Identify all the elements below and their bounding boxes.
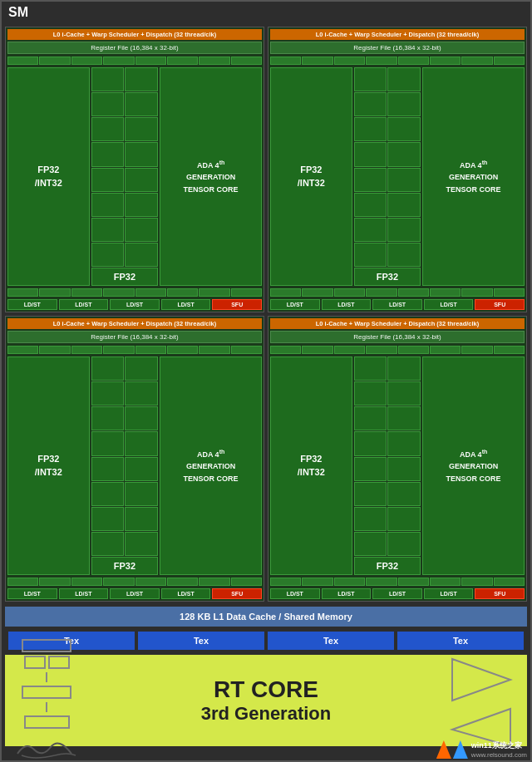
reg-cell xyxy=(167,57,198,65)
fp32-label-4: FP32 xyxy=(354,557,421,575)
fp32-int32-block-4: FP32/INT32 xyxy=(270,356,352,575)
tensor-text-4: ADA 4thGENERATIONTENSOR CORE xyxy=(446,447,501,484)
reg-cell xyxy=(398,288,429,297)
core-cell xyxy=(125,117,158,141)
sfu-cell: SFU xyxy=(212,299,262,310)
core-cell xyxy=(91,381,125,406)
reg-cell xyxy=(430,288,461,297)
reg-cell xyxy=(270,288,301,297)
reg-cell xyxy=(430,578,461,586)
core-cell xyxy=(387,117,421,141)
core-inner-grid-1 xyxy=(91,67,159,267)
reg-cell xyxy=(39,57,70,65)
core-cell xyxy=(354,142,387,166)
watermark-url: www.relsound.com xyxy=(471,751,527,759)
core-cell xyxy=(91,406,125,430)
l1-cache-bar: 128 KB L1 Data Cache / Shared Memory xyxy=(5,607,527,627)
core-cell xyxy=(387,431,421,455)
core-cell xyxy=(387,507,421,531)
core-cell xyxy=(91,482,125,506)
core-cell xyxy=(387,92,421,116)
reg-cell xyxy=(461,578,492,586)
core-cell xyxy=(91,356,125,381)
shape-vert-line2 xyxy=(46,702,47,712)
core-cell xyxy=(387,532,421,556)
core-cell xyxy=(354,92,387,116)
sm-four-grid: L0 i-Cache + Warp Scheduler + Dispatch (… xyxy=(2,23,530,605)
ld-st-row-2: LD/ST LD/ST LD/ST LD/ST SFU xyxy=(270,297,525,310)
reg-cell xyxy=(7,288,38,297)
core-cell xyxy=(125,92,158,116)
fp32-int32-label-4: FP32/INT32 xyxy=(298,453,325,479)
core-cell xyxy=(387,356,421,381)
watermark-text: win11系统之家 www.relsound.com xyxy=(471,740,527,759)
tensor-block-4: ADA 4thGENERATIONTENSOR CORE xyxy=(422,356,525,575)
core-cell xyxy=(91,142,125,166)
tex-cell-3: Tex xyxy=(268,632,394,650)
reg-cell xyxy=(39,578,70,586)
reg-cell xyxy=(334,288,365,297)
core-cell xyxy=(125,457,158,481)
core-cell xyxy=(387,457,421,481)
tensor-block-3: ADA 4thGENERATIONTENSOR CORE xyxy=(160,356,262,575)
reg-cell xyxy=(398,578,429,586)
reg-cell xyxy=(302,57,332,65)
fp32-int32-block-3: FP32/INT32 xyxy=(7,356,90,575)
core-inner-grid-3 xyxy=(91,356,159,556)
reg-cell xyxy=(199,578,229,586)
ld-st-cell: LD/ST xyxy=(424,588,474,599)
core-cell xyxy=(387,482,421,506)
reg-cell xyxy=(103,346,134,354)
core-cell xyxy=(354,218,387,242)
reg-cell xyxy=(39,288,70,297)
core-cell xyxy=(125,381,158,406)
core-cell xyxy=(354,507,387,531)
reg-grid-bottom-3 xyxy=(7,578,262,586)
ld-st-cell: LD/ST xyxy=(270,588,320,599)
core-cell xyxy=(91,507,125,531)
sfu-cell: SFU xyxy=(475,588,525,599)
reg-cell xyxy=(231,578,262,586)
reg-cell xyxy=(461,57,492,65)
core-cell xyxy=(354,406,387,430)
core-cell xyxy=(354,457,387,481)
core-cell xyxy=(354,193,387,217)
ld-st-row-4: LD/ST LD/ST LD/ST LD/ST SFU xyxy=(270,587,525,599)
sm-container: SM L0 i-Cache + Warp Scheduler + Dispatc… xyxy=(0,0,532,762)
sm-unit-3: L0 i-Cache + Warp Scheduler + Dispatch (… xyxy=(5,316,264,602)
reg-cell xyxy=(71,57,102,65)
core-cell xyxy=(354,381,387,406)
reg-grid-bottom-1 xyxy=(7,288,262,297)
reg-cell xyxy=(167,578,198,586)
tex-cell-4: Tex xyxy=(397,632,524,650)
core-cell xyxy=(91,193,125,217)
signature-svg xyxy=(13,737,80,762)
warp-scheduler-bar-1: L0 i-Cache + Warp Scheduler + Dispatch (… xyxy=(7,29,262,40)
core-cell xyxy=(125,482,158,506)
reg-grid-bottom-2 xyxy=(270,288,525,297)
shape-small-rect xyxy=(48,656,70,669)
shape-rect-2 xyxy=(22,686,71,699)
core-cell xyxy=(125,243,158,267)
logo-blue-triangle xyxy=(453,740,468,759)
sm-unit-1: L0 i-Cache + Warp Scheduler + Dispatch (… xyxy=(5,27,264,312)
ld-st-cell: LD/ST xyxy=(161,299,211,310)
reg-grid-top-4 xyxy=(270,346,525,354)
reg-cell xyxy=(231,346,262,354)
register-file-bar-3: Register File (16,384 x 32-bit) xyxy=(7,331,262,343)
core-cell xyxy=(91,457,125,481)
core-cell xyxy=(387,193,421,217)
core-section-3: FP32/INT32 FP32 AD xyxy=(7,356,262,575)
core-cell xyxy=(387,142,421,166)
fp32-int32-block-1: FP32/INT32 xyxy=(7,67,90,286)
reg-cell xyxy=(334,57,365,65)
reg-cell xyxy=(366,57,397,65)
core-cell xyxy=(125,218,158,242)
register-file-bar-2: Register File (16,384 x 32-bit) xyxy=(270,42,525,54)
watermark-site: win11系统之家 xyxy=(471,740,522,751)
core-cell xyxy=(91,218,125,242)
core-section-2: FP32/INT32 FP32 AD xyxy=(270,67,525,286)
tensor-text-3: ADA 4thGENERATIONTENSOR CORE xyxy=(184,447,239,484)
core-cell xyxy=(125,67,158,91)
reg-cell xyxy=(366,346,397,354)
